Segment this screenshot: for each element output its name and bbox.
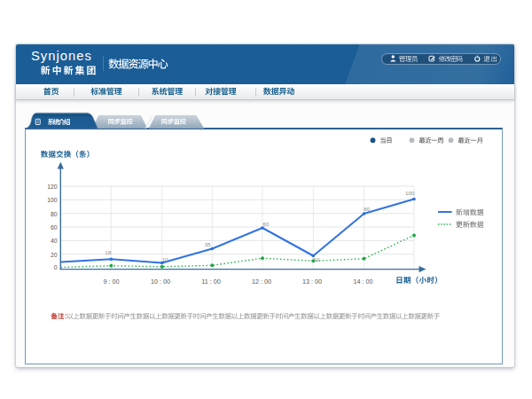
svg-text:0: 0 <box>54 264 58 270</box>
svg-text:11 : 00: 11 : 00 <box>201 278 220 286</box>
svg-text:60: 60 <box>51 224 58 231</box>
svg-text:60: 60 <box>262 221 269 227</box>
svg-text:40: 40 <box>51 238 58 244</box>
svg-text:20: 20 <box>51 252 58 258</box>
svg-text:80: 80 <box>364 206 370 212</box>
svg-text:100: 100 <box>47 197 58 203</box>
svg-text:12 : 00: 12 : 00 <box>252 278 271 286</box>
svg-text:13 : 00: 13 : 00 <box>302 278 322 286</box>
svg-text:10: 10 <box>313 256 319 262</box>
svg-text:9 : 00: 9 : 00 <box>104 278 120 286</box>
svg-text:18: 18 <box>106 249 112 255</box>
svg-text:35: 35 <box>205 241 211 247</box>
svg-text:Synjones: Synjones <box>31 49 92 63</box>
svg-text:120: 120 <box>47 184 58 190</box>
svg-text:10 : 00: 10 : 00 <box>151 278 170 286</box>
svg-text:10: 10 <box>162 256 168 262</box>
svg-text:80: 80 <box>51 211 58 217</box>
svg-text:14 : 00: 14 : 00 <box>354 278 373 286</box>
svg-text:100: 100 <box>405 190 415 196</box>
